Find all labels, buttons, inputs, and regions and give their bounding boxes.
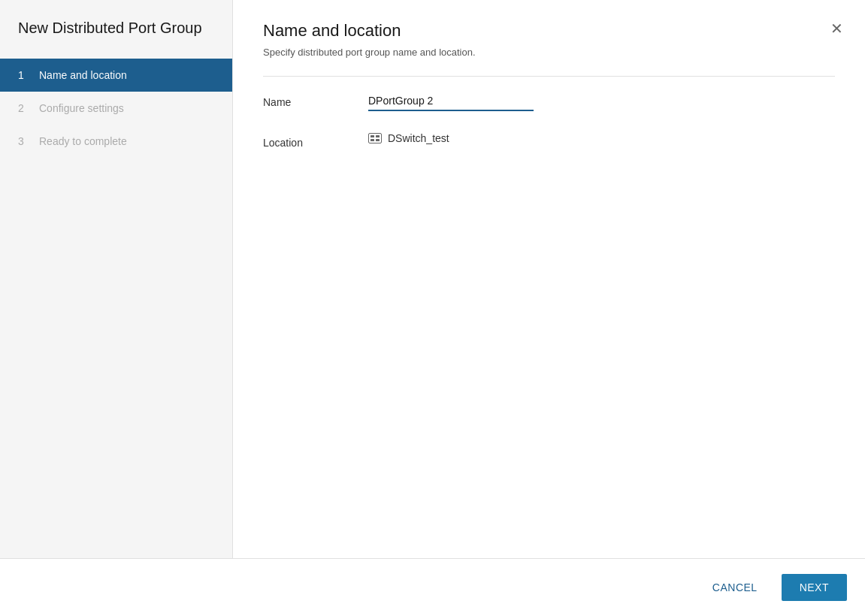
main-content: Name and location Specify distributed po… — [233, 0, 865, 558]
svg-rect-4 — [376, 139, 380, 141]
location-value-container: DSwitch_test — [368, 132, 835, 144]
close-icon: ✕ — [830, 20, 843, 38]
svg-rect-2 — [376, 135, 380, 137]
sidebar-steps: 1 Name and location 2 Configure settings… — [0, 59, 232, 158]
close-button[interactable]: ✕ — [826, 18, 847, 39]
step-number-2: 2 — [18, 102, 30, 114]
step-number-3: 3 — [18, 135, 30, 147]
content-header: Name and location Specify distributed po… — [233, 0, 865, 76]
cancel-button[interactable]: CANCEL — [697, 574, 773, 601]
content-title: Name and location — [263, 21, 835, 41]
step-label-1: Name and location — [39, 69, 127, 81]
location-row: Location — [263, 132, 835, 149]
new-distributed-port-group-dialog: New Distributed Port Group 1 Name and lo… — [0, 0, 865, 616]
step-number-1: 1 — [18, 69, 30, 81]
location-text: DSwitch_test — [388, 132, 449, 144]
svg-rect-1 — [370, 135, 374, 137]
sidebar-step-3[interactable]: 3 Ready to complete — [0, 125, 232, 158]
svg-rect-0 — [369, 134, 382, 143]
dialog-body: New Distributed Port Group 1 Name and lo… — [0, 0, 865, 558]
next-button[interactable]: NEXT — [782, 574, 847, 601]
name-input[interactable] — [368, 92, 534, 111]
location-value: DSwitch_test — [368, 132, 449, 144]
step-label-2: Configure settings — [39, 102, 124, 114]
step-label-3: Ready to complete — [39, 135, 127, 147]
sidebar-title: New Distributed Port Group — [0, 0, 232, 53]
sidebar: New Distributed Port Group 1 Name and lo… — [0, 0, 233, 558]
sidebar-step-1[interactable]: 1 Name and location — [0, 59, 232, 92]
form-area: Name Location — [233, 77, 865, 558]
switch-icon — [368, 133, 382, 143]
sidebar-step-2[interactable]: 2 Configure settings — [0, 92, 232, 125]
name-row: Name — [263, 92, 835, 111]
content-subtitle: Specify distributed port group name and … — [263, 47, 835, 58]
svg-rect-3 — [370, 139, 374, 141]
dialog-footer: CANCEL NEXT — [0, 558, 865, 616]
location-label: Location — [263, 132, 368, 149]
name-value-container — [368, 92, 835, 111]
name-label: Name — [263, 92, 368, 108]
